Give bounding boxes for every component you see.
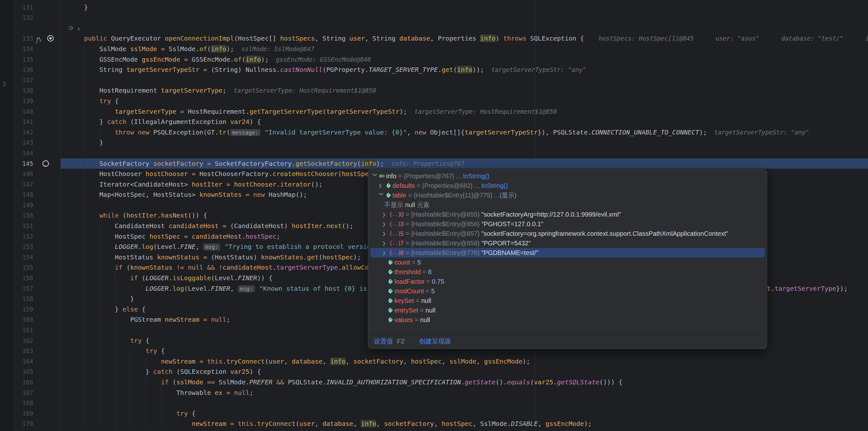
line-number[interactable]: 140	[14, 106, 61, 117]
popup-row-entry-0[interactable]: ❯{..}0 = {Hashtable$Entry@855} "socketFa…	[368, 210, 767, 219]
popup-row-table[interactable]: ❯table = {Hashtable$Entry[11]@775} ...(显…	[368, 190, 767, 200]
overridden-marker-icon[interactable]: ↓	[77, 25, 81, 32]
popup-row-modCount[interactable]: modCount = 5	[368, 286, 767, 296]
line-number[interactable]: 152	[14, 231, 61, 242]
show-link[interactable]: (显示)	[499, 191, 517, 200]
chevron-right-icon[interactable]: ❯	[382, 212, 389, 217]
line-number[interactable]: 139	[14, 96, 61, 106]
line-number[interactable]: 155	[14, 262, 61, 273]
tostring-link[interactable]: toString()	[482, 182, 508, 189]
related-usages-icon[interactable]: ⟳	[69, 25, 74, 32]
code-text[interactable]: Throwable ex = null;	[61, 388, 868, 398]
line-number[interactable]: 166	[14, 377, 61, 388]
line-number[interactable]: 142	[14, 127, 61, 138]
code-text[interactable]: }	[61, 2, 868, 13]
line-number[interactable]: 131	[14, 2, 61, 13]
code-text[interactable]: GSSEncMode gssEncMode = GSSEncMode.of(in…	[61, 54, 868, 65]
popup-note-row[interactable]: 不显示 null 元素	[368, 200, 767, 210]
line-number[interactable]: 164	[14, 356, 61, 367]
popup-row-values[interactable]: values = null	[368, 315, 767, 325]
code-text[interactable]: } catch (SQLException var25) {	[61, 366, 868, 377]
line-number[interactable]: 143	[14, 137, 61, 148]
set-value-button[interactable]: 设置值	[374, 337, 393, 346]
code-text[interactable]: if (sslMode == SslMode.PREFER && PSQLSta…	[61, 377, 868, 388]
chevron-right-icon[interactable]: ❯	[382, 241, 389, 246]
line-number[interactable]: 145	[14, 158, 61, 169]
line-number[interactable]: 154	[14, 252, 61, 263]
line-number[interactable]: 150	[14, 210, 61, 221]
popup-row-keySet[interactable]: keySet = null	[368, 296, 767, 305]
breakpoint-icon[interactable]	[47, 35, 54, 41]
expand-dots[interactable]: ...	[454, 173, 463, 180]
chevron-right-icon[interactable]: ❯	[382, 231, 389, 236]
line-number[interactable]: 132	[14, 12, 61, 23]
line-number[interactable]: 141	[14, 117, 61, 127]
popup-row-info[interactable]: ❯info = {Properties@767} ... toString()	[368, 171, 767, 181]
line-number[interactable]: 133ƒ↑x	[14, 33, 61, 44]
code-text[interactable]: newStream = this.tryConnect(user, databa…	[61, 419, 868, 429]
code-text[interactable]: try {	[61, 96, 868, 106]
line-number[interactable]: 138	[14, 85, 61, 96]
line-number[interactable]: 165	[14, 366, 61, 377]
code-text[interactable]: targetServerType = HostRequirement.getTa…	[61, 106, 868, 117]
line-number[interactable]: 151	[14, 221, 61, 231]
line-number[interactable]: 161	[14, 325, 61, 336]
code-text[interactable]: try {	[61, 408, 868, 419]
line-number[interactable]: 167	[14, 388, 61, 398]
line-number[interactable]: 169	[14, 408, 61, 419]
line-number[interactable]: 153	[14, 242, 61, 252]
code-text[interactable]	[61, 398, 868, 408]
popup-row-entry-7[interactable]: ❯{..}7 = {Hashtable$Entry@858} "PGPORT=5…	[368, 238, 767, 248]
line-number[interactable]: 157	[14, 283, 61, 294]
code-text[interactable]	[61, 75, 868, 86]
code-text[interactable]: }	[61, 137, 868, 148]
line-number[interactable]: 144	[14, 148, 61, 158]
line-number[interactable]: 148	[14, 189, 61, 200]
line-number[interactable]: 168	[14, 398, 61, 408]
tostring-link[interactable]: toString()	[463, 173, 489, 180]
chevron-right-icon[interactable]: ❯	[382, 250, 389, 255]
chevron-down-icon[interactable]: ❯	[379, 192, 384, 199]
popup-row-entry-3[interactable]: ❯{..}3 = {Hashtable$Entry@856} "PGHOST=1…	[368, 219, 767, 229]
popup-row-entrySet[interactable]: entrySet = null	[368, 305, 767, 315]
line-number[interactable]: 163	[14, 346, 61, 356]
line-number[interactable]: 146	[14, 169, 61, 179]
code-text[interactable]: HostRequirement targetServerType; target…	[61, 85, 868, 96]
chevron-down-icon[interactable]: ❯	[373, 173, 377, 180]
line-number[interactable]: 162	[14, 336, 61, 346]
popup-row-count[interactable]: count = 5	[368, 257, 767, 267]
line-number[interactable]: 135	[14, 54, 61, 65]
chevron-right-icon[interactable]: ❯	[378, 183, 385, 188]
code-text[interactable]	[61, 12, 868, 23]
code-text[interactable]: SslMode sslMode = SslMode.of(info); sslM…	[61, 44, 868, 54]
code-text[interactable]: } catch (IllegalArgumentException var24)…	[61, 117, 868, 127]
chevron-right-icon[interactable]: ❯	[382, 222, 389, 226]
line-number[interactable]: 149	[14, 200, 61, 211]
line-number[interactable]	[14, 23, 61, 34]
code-text[interactable]	[61, 148, 868, 158]
line-number[interactable]: 170	[14, 419, 61, 429]
code-text[interactable]: ⟳↓	[61, 23, 868, 34]
line-number[interactable]: 158	[14, 294, 61, 304]
line-number[interactable]: 156	[14, 273, 61, 283]
popup-row-defaults[interactable]: ❯defaults = {Properties@682} ... toStrin…	[368, 181, 767, 190]
line-number[interactable]: 160	[14, 314, 61, 325]
code-text[interactable]: public QueryExecutor openConnectionImpl(…	[61, 33, 868, 44]
line-number[interactable]: 137	[14, 75, 61, 86]
line-number[interactable]: 147	[14, 179, 61, 190]
line-number[interactable]	[14, 0, 61, 2]
code-text[interactable]: throw new PSQLException(GT.tr(message: "…	[61, 127, 868, 138]
code-text[interactable]: return newStream;	[61, 0, 868, 2]
expand-dots[interactable]: ...	[492, 192, 499, 199]
code-text[interactable]: newStream = this.tryConnect(user, databa…	[61, 356, 868, 367]
line-number[interactable]: 134	[14, 44, 61, 54]
code-text[interactable]: String targetServerTypeStr = (String) Nu…	[61, 65, 868, 75]
create-renderer-button[interactable]: 创建呈现器	[419, 337, 451, 346]
popup-row-threshold[interactable]: threshold = 8	[368, 267, 767, 277]
popup-row-entry-5[interactable]: ❯{..}5 = {Hashtable$Entry@857} "socketFa…	[368, 229, 767, 238]
code-text[interactable]: SocketFactory socketFactory = SocketFact…	[61, 158, 868, 169]
popup-row-loadFactor[interactable]: loadFactor = 0.75	[368, 277, 767, 286]
expand-dots[interactable]: ...	[473, 182, 482, 189]
popup-row-entry-8[interactable]: ❯{..}8 = {Hashtable$Entry@776} "PGDBNAME…	[370, 248, 765, 257]
execution-point-icon[interactable]	[42, 160, 49, 167]
